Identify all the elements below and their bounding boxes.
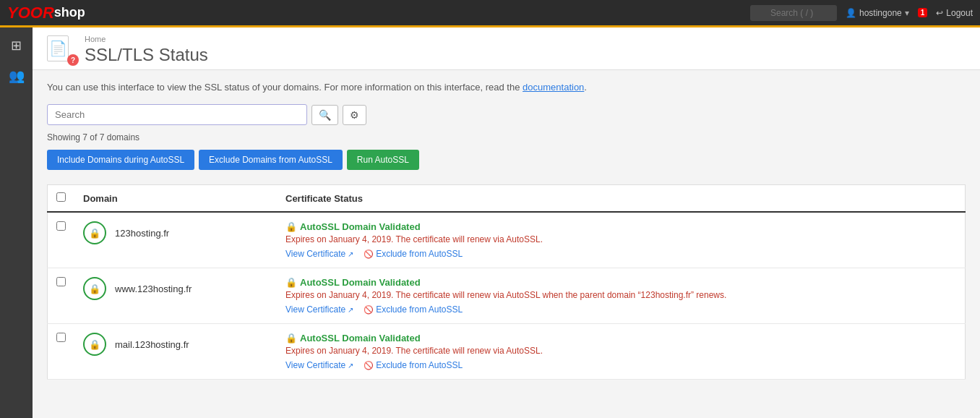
documentation-link[interactable]: documentation bbox=[523, 82, 584, 93]
exclude-autossl-link[interactable]: 🚫 Exclude from AutoSSL bbox=[364, 360, 463, 370]
sidebar-users-icon[interactable]: 👥 bbox=[4, 64, 30, 88]
select-all-checkbox[interactable] bbox=[56, 192, 66, 202]
breadcrumb-home-link[interactable]: Home bbox=[85, 35, 106, 43]
navbar-left: YOORshop bbox=[7, 4, 85, 22]
certificate-status-cell: 🔒 AutoSSL Domain Validated Expires on Ja… bbox=[277, 212, 966, 268]
external-link-icon: ↗ bbox=[348, 250, 353, 258]
sidebar: ⊞ 👥 bbox=[0, 27, 33, 418]
lock-icon: 🔒 bbox=[89, 339, 100, 350]
main-content: 📄 ? Home SSL/TLS Status You can use this… bbox=[33, 27, 980, 418]
logo: YOORshop bbox=[7, 4, 85, 22]
cert-status-text: AutoSSL Domain Validated bbox=[300, 221, 421, 232]
ssl-status-icon: 🔒 bbox=[83, 221, 106, 244]
content-body: You can use this interface to view the S… bbox=[33, 70, 980, 391]
run-autossl-button[interactable]: Run AutoSSL bbox=[347, 150, 419, 170]
top-navbar: YOORshop 🔍 👤 hostingone ▾ 1 ↩ Logout bbox=[0, 0, 980, 27]
nav-search-wrap[interactable]: 🔍 bbox=[750, 5, 837, 21]
external-link-icon: ↗ bbox=[348, 362, 353, 370]
table-row: 🔒 123hosting.fr 🔒 AutoSSL Domain Validat… bbox=[48, 212, 966, 268]
breadcrumb-title-wrap: Home SSL/TLS Status bbox=[85, 35, 208, 65]
nav-search-input[interactable] bbox=[750, 5, 837, 21]
search-row: 🔍 ⚙ bbox=[47, 104, 966, 125]
logo-yoor-text: YOOR bbox=[7, 4, 54, 22]
row-checkbox-cell bbox=[48, 324, 75, 380]
cert-actions: View Certificate ↗ 🚫 Exclude from AutoSS… bbox=[285, 360, 956, 370]
header-checkbox-col bbox=[48, 185, 75, 213]
external-link-icon: ↗ bbox=[348, 306, 353, 314]
main-layout: ⊞ 👥 📄 ? Home SSL/TLS Status You can use … bbox=[0, 27, 980, 418]
cert-lock-icon: 🔒 bbox=[285, 221, 297, 232]
certificate-status-cell: 🔒 AutoSSL Domain Validated Expires on Ja… bbox=[277, 268, 966, 324]
page-header: 📄 ? Home SSL/TLS Status bbox=[33, 27, 980, 70]
domain-cell: 🔒 www.123hosting.fr bbox=[83, 277, 268, 300]
cert-status-label: 🔒 AutoSSL Domain Validated bbox=[285, 221, 956, 232]
search-input[interactable] bbox=[47, 104, 307, 125]
exclude-autossl-link[interactable]: 🚫 Exclude from AutoSSL bbox=[364, 304, 463, 315]
view-certificate-link[interactable]: View Certificate ↗ bbox=[285, 304, 353, 315]
search-input-wrap bbox=[47, 104, 307, 125]
logout-button[interactable]: ↩ Logout bbox=[936, 8, 973, 18]
cert-lock-icon: 🔒 bbox=[285, 333, 297, 344]
exclude-domains-button[interactable]: Exclude Domains from AutoSSL bbox=[199, 150, 343, 170]
cert-status-label: 🔒 AutoSSL Domain Validated bbox=[285, 333, 956, 344]
header-certificate-status: Certificate Status bbox=[277, 185, 966, 213]
search-button[interactable]: 🔍 bbox=[311, 105, 338, 125]
domain-cell-wrap: 🔒 123hosting.fr bbox=[74, 212, 277, 268]
exclude-icon: 🚫 bbox=[364, 361, 374, 370]
cert-actions: View Certificate ↗ 🚫 Exclude from AutoSS… bbox=[285, 249, 956, 259]
include-domains-button[interactable]: Include Domains during AutoSSL bbox=[47, 150, 194, 170]
settings-button[interactable]: ⚙ bbox=[343, 105, 366, 125]
page-title: SSL/TLS Status bbox=[85, 45, 208, 65]
row-checkbox[interactable] bbox=[56, 221, 66, 231]
nav-username: hostingone bbox=[859, 8, 902, 18]
nav-user[interactable]: 👤 hostingone ▾ bbox=[846, 8, 909, 18]
table-row: 🔒 www.123hosting.fr 🔒 AutoSSL Domain Val… bbox=[48, 268, 966, 324]
cert-expires-text: Expires on January 4, 2019. The certific… bbox=[285, 234, 956, 244]
table-row: 🔒 mail.123hosting.fr 🔒 AutoSSL Domain Va… bbox=[48, 324, 966, 380]
cert-status-text: AutoSSL Domain Validated bbox=[300, 277, 421, 288]
description: You can use this interface to view the S… bbox=[47, 82, 966, 93]
row-checkbox-cell bbox=[48, 268, 75, 324]
page-icon-doc: 📄 bbox=[47, 35, 69, 61]
row-checkbox-cell bbox=[48, 212, 75, 268]
cert-expires-text: Expires on January 4, 2019. The certific… bbox=[285, 290, 956, 300]
description-end: . bbox=[584, 82, 587, 93]
exclude-icon: 🚫 bbox=[364, 305, 374, 315]
ssl-status-icon: 🔒 bbox=[83, 333, 106, 356]
breadcrumb: Home bbox=[85, 35, 208, 43]
domain-cell: 🔒 mail.123hosting.fr bbox=[83, 333, 268, 356]
domain-name: www.123hosting.fr bbox=[115, 283, 192, 294]
ssl-status-icon: 🔒 bbox=[83, 277, 106, 300]
document-icon: 📄 bbox=[49, 40, 67, 57]
page-icon-badge: ? bbox=[67, 54, 79, 66]
header-domain: Domain bbox=[74, 185, 277, 213]
action-buttons: Include Domains during AutoSSL Exclude D… bbox=[47, 150, 966, 170]
cert-status-label: 🔒 AutoSSL Domain Validated bbox=[285, 277, 956, 288]
ssl-table: Domain Certificate Status 🔒 123hosting.f… bbox=[47, 184, 966, 380]
domain-name: mail.123hosting.fr bbox=[115, 339, 189, 350]
domain-cell-wrap: 🔒 mail.123hosting.fr bbox=[74, 324, 277, 380]
navbar-right: 🔍 👤 hostingone ▾ 1 ↩ Logout bbox=[750, 5, 973, 21]
view-certificate-link[interactable]: View Certificate ↗ bbox=[285, 360, 353, 370]
exclude-autossl-link[interactable]: 🚫 Exclude from AutoSSL bbox=[364, 249, 463, 259]
table-header-row: Domain Certificate Status bbox=[48, 185, 966, 213]
exclude-icon: 🚫 bbox=[364, 249, 374, 259]
lock-icon: 🔒 bbox=[89, 283, 100, 294]
domain-name: 123hosting.fr bbox=[115, 228, 169, 239]
cert-expires-text: Expires on January 4, 2019. The certific… bbox=[285, 346, 956, 356]
lock-icon: 🔒 bbox=[89, 228, 100, 239]
user-icon: 👤 bbox=[846, 8, 856, 18]
row-checkbox[interactable] bbox=[56, 277, 66, 286]
sidebar-grid-icon[interactable]: ⊞ bbox=[4, 33, 30, 58]
row-checkbox[interactable] bbox=[56, 333, 66, 342]
view-certificate-link[interactable]: View Certificate ↗ bbox=[285, 249, 353, 259]
logout-icon: ↩ bbox=[936, 8, 943, 18]
notification-badge[interactable]: 1 bbox=[918, 8, 928, 17]
cert-actions: View Certificate ↗ 🚫 Exclude from AutoSS… bbox=[285, 304, 956, 315]
description-start: You can use this interface to view the S… bbox=[47, 82, 523, 93]
cert-lock-icon: 🔒 bbox=[285, 277, 297, 288]
page-icon-wrap: 📄 ? bbox=[47, 35, 76, 64]
cert-status-text: AutoSSL Domain Validated bbox=[300, 333, 421, 344]
certificate-status-cell: 🔒 AutoSSL Domain Validated Expires on Ja… bbox=[277, 324, 966, 380]
logout-label: Logout bbox=[946, 8, 973, 18]
